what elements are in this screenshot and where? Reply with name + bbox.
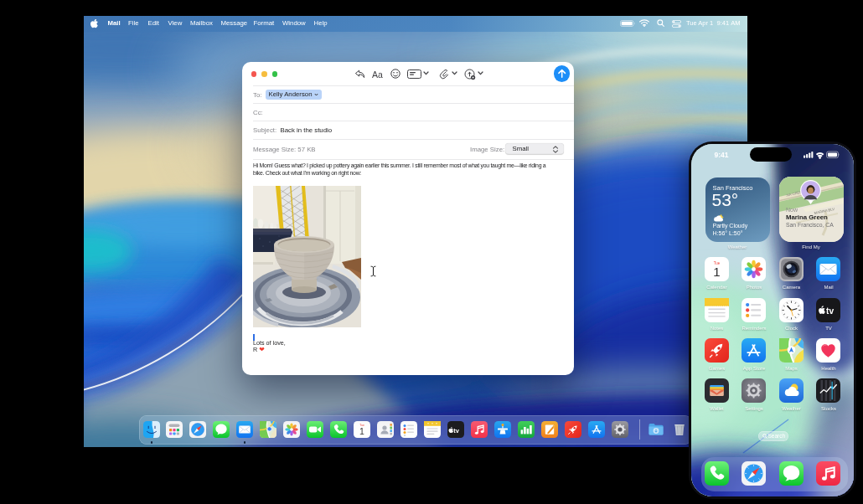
svg-text:tv: tv xyxy=(453,427,459,435)
svg-text:1: 1 xyxy=(713,265,720,279)
svg-text:tv: tv xyxy=(826,306,834,316)
svg-text:1: 1 xyxy=(359,426,364,436)
